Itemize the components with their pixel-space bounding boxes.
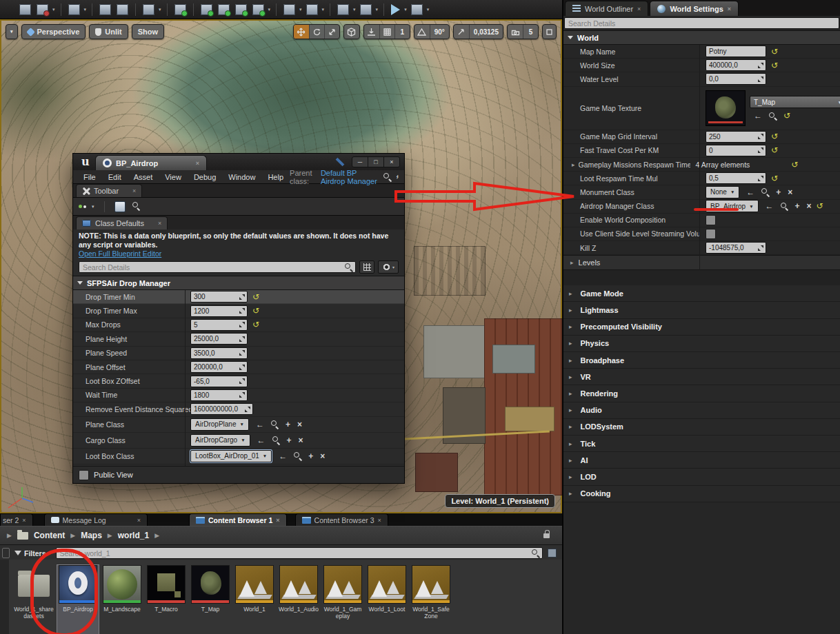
- asset-m-landscape[interactable]: M_Landscape: [101, 565, 143, 634]
- row-airdrop-manager-class[interactable]: Airdrop Manager Class BP_Airdrop▼ ← + × …: [563, 200, 840, 214]
- public-view-checkbox[interactable]: [79, 470, 89, 480]
- category-tick[interactable]: ▸Tick: [563, 436, 840, 452]
- viewport-options-button[interactable]: ▾: [6, 24, 18, 39]
- add-icon[interactable]: +: [308, 452, 313, 460]
- row-kill-z[interactable]: Kill Z: [563, 241, 840, 255]
- toolbar-tab[interactable]: Toolbar ×: [76, 184, 142, 197]
- grid-snap-button[interactable]: [379, 25, 394, 39]
- close-window-button[interactable]: ×: [383, 157, 399, 167]
- matinee-icon[interactable]: [306, 4, 318, 15]
- spinner-icon[interactable]: [239, 322, 245, 327]
- loot-respawn-input[interactable]: [706, 172, 766, 184]
- tab-message-log[interactable]: Message Log ×: [44, 513, 148, 526]
- parent-class-link[interactable]: Default BP Airdrop Manager: [321, 169, 379, 185]
- property-row-plane-class[interactable]: Plane Class AirDropPlane▼ ← + ×: [73, 417, 404, 433]
- spinner-icon[interactable]: [239, 336, 245, 342]
- use-selected-icon[interactable]: ←: [279, 452, 287, 460]
- category-vr[interactable]: ▸VR: [563, 369, 840, 385]
- property-row-loot-box-zoffset[interactable]: Loot Box ZOffset: [73, 374, 404, 388]
- row-missions[interactable]: ▸ Gameplay Missions Respawn Times 4 Arra…: [563, 158, 840, 172]
- menu-file[interactable]: File: [77, 173, 102, 181]
- blueprints-icon[interactable]: [201, 4, 212, 15]
- row-loot-respawn[interactable]: Loot Respawn Time Mul ↺: [563, 172, 840, 185]
- nav-expand-icon[interactable]: ▶: [7, 532, 12, 539]
- chevron-down-icon[interactable]: ▾: [322, 7, 325, 12]
- texture-thumbnail[interactable]: [706, 90, 746, 126]
- property-row-plane-offset[interactable]: Plane Offset: [73, 360, 404, 374]
- editor-settings-icon[interactable]: [99, 4, 111, 15]
- spinner-icon[interactable]: [758, 176, 763, 181]
- chevron-down-icon[interactable]: ▾: [427, 7, 430, 12]
- clear-icon[interactable]: ×: [297, 420, 302, 429]
- close-icon[interactable]: ×: [378, 517, 381, 524]
- row-fast-travel[interactable]: Fast Travel Cost Per KM ↺: [563, 144, 840, 158]
- use-selected-icon[interactable]: ←: [257, 436, 266, 444]
- breadcrumb-content[interactable]: Content: [34, 531, 65, 540]
- chevron-down-icon[interactable]: ▾: [159, 7, 161, 12]
- tutorial-cap-icon[interactable]: [336, 158, 345, 167]
- camera-speed-value[interactable]: 5: [523, 25, 538, 39]
- reset-icon[interactable]: ↺: [252, 307, 259, 315]
- plane-class-dropdown[interactable]: AirDropPlane▼: [190, 418, 249, 431]
- cube-up-icon[interactable]: [235, 4, 247, 15]
- search-icon[interactable]: [383, 173, 391, 181]
- browse-icon[interactable]: [271, 420, 279, 428]
- category-lodsystem[interactable]: ▸LODSystem: [563, 419, 840, 436]
- spinner-icon[interactable]: [239, 378, 245, 384]
- browse-icon[interactable]: [294, 452, 301, 460]
- chevron-down-icon[interactable]: ▾: [84, 7, 87, 12]
- reset-icon[interactable]: ↺: [771, 48, 778, 56]
- property-row-cargo-class[interactable]: Cargo Class AirDropCargo▼ ← + ×: [73, 433, 404, 449]
- breadcrumb-world-1[interactable]: world_1: [118, 531, 149, 540]
- sources-panel-strip[interactable]: [0, 560, 10, 634]
- asset-world-1-safe-zone[interactable]: World_1_Safe Zone: [410, 565, 452, 634]
- row-world-size[interactable]: World Size ↺: [563, 59, 840, 72]
- world-settings-search-input[interactable]: [564, 17, 839, 29]
- game-map-texture-dropdown[interactable]: T_Map ▼: [750, 96, 840, 108]
- cube-play-icon[interactable]: [252, 4, 264, 15]
- save-icon[interactable]: [19, 4, 31, 15]
- category-ai[interactable]: ▸AI: [563, 452, 840, 469]
- browse-icon[interactable]: [781, 203, 788, 210]
- category-sfpsair-drop-manager[interactable]: SFPSAir Drop Manager: [73, 276, 404, 290]
- close-icon[interactable]: ×: [22, 517, 26, 524]
- menu-edit[interactable]: Edit: [102, 173, 128, 181]
- add-icon[interactable]: +: [286, 420, 290, 429]
- details-search-input[interactable]: [79, 261, 356, 273]
- spinner-icon[interactable]: [239, 308, 245, 314]
- reset-icon[interactable]: ↺: [771, 174, 778, 183]
- show-button[interactable]: Show: [132, 24, 164, 39]
- menu-debug[interactable]: Debug: [188, 173, 222, 181]
- scale-snap-value[interactable]: 0,03125: [469, 25, 503, 39]
- row-monument-class[interactable]: Monument Class None▼ ← + ×: [563, 185, 840, 199]
- asset-world-1[interactable]: World_1: [234, 565, 275, 634]
- reset-icon[interactable]: ↺: [791, 161, 798, 169]
- expand-icon[interactable]: ▸: [572, 161, 575, 168]
- settings-icon[interactable]: [143, 4, 154, 15]
- spinner-icon[interactable]: [245, 407, 250, 412]
- column-divider[interactable]: [185, 290, 186, 480]
- rotate-tool-button[interactable]: [309, 25, 324, 39]
- chevron-down-icon[interactable]: ▾: [299, 7, 302, 12]
- reset-icon[interactable]: ↺: [783, 112, 790, 120]
- camera-speed-button[interactable]: [508, 25, 523, 39]
- move-tool-button[interactable]: [294, 25, 309, 39]
- spinner-icon[interactable]: [758, 147, 763, 153]
- category-game-mode[interactable]: ▸Game Mode: [563, 285, 840, 302]
- use-selected-icon[interactable]: ←: [746, 188, 754, 196]
- water-level-input[interactable]: [706, 73, 766, 85]
- row-grid-interval[interactable]: Game Map Grid Interval ↺: [563, 130, 840, 144]
- spinner-icon[interactable]: [239, 350, 245, 356]
- view-mode-button[interactable]: Unlit: [89, 24, 128, 39]
- menu-help[interactable]: Help: [261, 173, 290, 181]
- surface-snap-button[interactable]: [364, 25, 379, 39]
- menu-window[interactable]: Window: [222, 173, 261, 181]
- add-actor-icon[interactable]: [174, 4, 186, 15]
- close-icon[interactable]: ×: [276, 517, 279, 524]
- find-in-blueprint-icon[interactable]: [132, 202, 141, 211]
- lock-icon[interactable]: [543, 533, 550, 538]
- perspective-button[interactable]: Perspective: [21, 24, 86, 39]
- row-levels[interactable]: ▸ Levels: [563, 255, 840, 270]
- save-search-icon[interactable]: [548, 549, 557, 558]
- category-world[interactable]: World: [563, 30, 840, 45]
